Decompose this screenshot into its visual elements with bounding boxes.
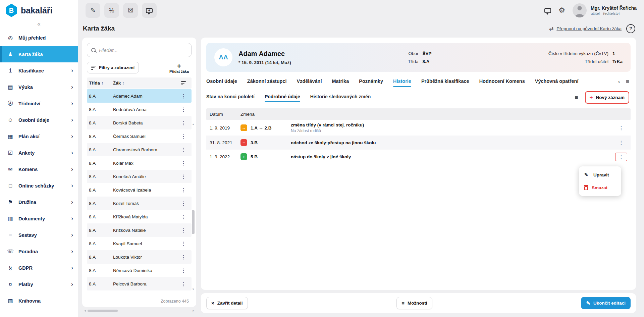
context-delete-item[interactable]: Smazat bbox=[579, 181, 621, 194]
row-menu-button[interactable]: ⋮ bbox=[178, 159, 189, 167]
student-row[interactable]: 8.A Kovácsová Izabela ⋮ bbox=[87, 183, 192, 197]
student-row[interactable]: 8.A Pelcová Barbora ⋮ bbox=[87, 277, 192, 290]
sidebar-item[interactable]: ☑ Ankety › bbox=[0, 145, 78, 161]
scroll-down-icon[interactable]: ▼ bbox=[192, 288, 195, 291]
row-menu-button[interactable]: ⋮ bbox=[178, 146, 189, 154]
row-menu-button[interactable]: ⋮ bbox=[178, 92, 189, 100]
column-class[interactable]: Třída↑ bbox=[89, 81, 113, 86]
absence-button[interactable]: ☒ bbox=[123, 3, 138, 18]
sidebar-item[interactable]: ♟ Karta žáka bbox=[0, 46, 78, 62]
student-row[interactable]: 8.A Bednářová Anna ⋮ bbox=[87, 103, 192, 116]
row-menu-button[interactable]: ⋮ bbox=[178, 106, 189, 113]
view-menu-icon[interactable]: ≡ bbox=[575, 94, 578, 101]
row-menu-button[interactable]: ⋮ bbox=[178, 173, 189, 180]
sidebar-item[interactable]: ▥ Dokumenty › bbox=[0, 210, 78, 227]
student-row[interactable]: 8.A Kvapil Samuel ⋮ bbox=[87, 237, 192, 250]
row-menu-button[interactable]: ⋮ bbox=[178, 253, 189, 261]
add-student-button[interactable]: + Přidat žáka bbox=[169, 63, 189, 73]
scroll-left-icon[interactable]: ◄ bbox=[84, 309, 86, 312]
history-subtab[interactable]: Historie sledovaných změn bbox=[310, 93, 371, 102]
student-row[interactable]: 8.A Křížková Matylda ⋮ bbox=[87, 210, 192, 223]
detail-tab[interactable]: Poznámky bbox=[359, 76, 383, 87]
close-detail-button[interactable]: × Zavřít detail bbox=[206, 297, 248, 309]
finish-editing-button[interactable]: ✎ Ukončit editaci bbox=[581, 297, 631, 309]
switch-to-legacy-link[interactable]: ⇄ Přepnout na původní Kartu žáka bbox=[549, 25, 622, 32]
sidebar-item[interactable]: ▤ Výuka › bbox=[0, 79, 78, 95]
row-menu-button[interactable]: ⋮ bbox=[178, 267, 189, 274]
sidebar-item-label: Poradna bbox=[18, 249, 38, 254]
sidebar-item[interactable]: ☺ Osobní údaje › bbox=[0, 112, 78, 128]
row-menu-button[interactable]: ⋮ bbox=[178, 240, 189, 248]
detail-tab[interactable]: Výchovná opatření bbox=[535, 76, 579, 87]
row-menu-button[interactable]: ⋮ bbox=[178, 133, 189, 140]
row-menu-button[interactable]: ⋮ bbox=[178, 226, 189, 234]
history-row-menu-button[interactable]: ⋮ bbox=[615, 124, 627, 132]
row-menu-button[interactable]: ⋮ bbox=[178, 186, 189, 194]
history-subtab[interactable]: Podrobné údaje bbox=[265, 93, 300, 102]
sidebar-item[interactable]: 1 Klasifikace › bbox=[0, 62, 78, 79]
new-comment-button[interactable]: + bbox=[142, 3, 157, 18]
scroll-right-icon[interactable]: ► bbox=[192, 309, 195, 312]
bakalari-logo[interactable]: B bakaláři bbox=[0, 0, 78, 21]
student-row[interactable]: 8.A Křižková Natálie ⋮ bbox=[87, 223, 192, 237]
sidebar-item[interactable]: □ Online schůzky › bbox=[0, 177, 78, 194]
grade-entry-button[interactable]: ½ bbox=[104, 3, 119, 18]
messages-icon[interactable] bbox=[544, 8, 551, 13]
detail-tab[interactable]: Historie bbox=[393, 76, 411, 87]
new-record-button[interactable]: + Nový záznam bbox=[585, 91, 629, 104]
hscrollbar-thumb[interactable] bbox=[88, 310, 118, 312]
filters-button[interactable]: Filtry a zobrazení bbox=[87, 62, 139, 73]
student-row[interactable]: 8.A Čermák Samuel ⋮ bbox=[87, 129, 192, 143]
sidebar-item[interactable]: ◎ Můj přehled bbox=[0, 30, 78, 46]
column-settings-icon[interactable] bbox=[181, 81, 186, 85]
detail-tab[interactable]: Matrika bbox=[332, 76, 349, 87]
student-row[interactable]: 8.A Loukota Viktor ⋮ bbox=[87, 250, 192, 264]
scrollbar-track[interactable] bbox=[192, 126, 195, 288]
sidebar-item[interactable]: ☏ Poradna › bbox=[0, 243, 78, 260]
sidebar-item[interactable]: ¤ Platby › bbox=[0, 276, 78, 293]
detail-tab[interactable]: Osobní údaje bbox=[206, 76, 237, 87]
context-edit-item[interactable]: ✎ Upravit bbox=[579, 168, 621, 181]
student-row[interactable]: 8.A Kozel Tomáš ⋮ bbox=[87, 197, 192, 210]
compose-button[interactable]: ✎ bbox=[86, 3, 100, 18]
tabs-menu-icon[interactable]: ≡ bbox=[626, 78, 629, 85]
student-row[interactable]: 8.A Kolář Max ⋮ bbox=[87, 156, 192, 170]
student-row[interactable]: 8.A Adamec Adam ⋮ bbox=[87, 89, 192, 103]
student-row[interactable]: 8.A Chramostová Barbora ⋮ bbox=[87, 143, 192, 156]
detail-tab[interactable]: Zákonní zástupci bbox=[247, 76, 287, 87]
options-button[interactable]: ≡ Možnosti bbox=[396, 297, 432, 309]
sidebar-collapse-button[interactable]: « bbox=[0, 21, 78, 30]
row-menu-button[interactable]: ⋮ bbox=[178, 213, 189, 221]
row-menu-button[interactable]: ⋮ bbox=[178, 119, 189, 127]
student-name: Kovácsová Izabela bbox=[113, 188, 177, 193]
row-menu-button[interactable]: ⋮ bbox=[178, 200, 189, 207]
sidebar-item[interactable]: § GDPR › bbox=[0, 260, 78, 276]
sidebar-item[interactable]: ≡ Sestavy › bbox=[0, 227, 78, 243]
help-button[interactable]: ? bbox=[626, 24, 635, 33]
row-menu-button[interactable]: ⋮ bbox=[178, 280, 189, 288]
student-header: AA Adam Adamec * 15. 9. 2011 (14 let, Mu… bbox=[206, 43, 631, 72]
history-subtab[interactable]: Stav na konci pololetí bbox=[206, 93, 255, 102]
search-input[interactable] bbox=[99, 47, 187, 53]
history-row-menu-button[interactable]: ⋮ bbox=[615, 139, 627, 147]
settings-gear-icon[interactable]: ⚙ bbox=[558, 6, 565, 15]
tabs-overflow-chevron-icon[interactable]: › bbox=[618, 78, 620, 85]
detail-tab[interactable]: Vzdělávání bbox=[297, 76, 322, 87]
scroll-up-icon[interactable]: ▲ bbox=[192, 123, 195, 126]
sidebar-item[interactable]: ⚑ Družina › bbox=[0, 194, 78, 210]
sidebar-item[interactable]: ▧ Knihovna bbox=[0, 293, 78, 309]
student-row[interactable]: 8.A Němcová Dominika ⋮ bbox=[87, 264, 192, 277]
sidebar-item[interactable]: ✉ Komens › bbox=[0, 161, 78, 177]
detail-tab[interactable]: Hodnocení Komens bbox=[479, 76, 525, 87]
detail-tab[interactable]: Průběžná klasifikace bbox=[421, 76, 469, 87]
scrollbar-thumb[interactable] bbox=[192, 210, 195, 234]
student-row[interactable]: 8.A Konečná Amálie ⋮ bbox=[87, 170, 192, 183]
history-row-menu-button[interactable]: ⋮ bbox=[615, 153, 627, 161]
sidebar-item[interactable]: ▦ Plán akcí › bbox=[0, 128, 78, 145]
column-student[interactable]: Žák↕ bbox=[113, 81, 177, 86]
close-icon: × bbox=[211, 301, 214, 306]
student-row[interactable]: 8.A Borská Babeta ⋮ bbox=[87, 116, 192, 129]
user-menu[interactable]: Mgr. Kryštof Řeřicha učitel - ředitelstv… bbox=[573, 3, 637, 17]
sidebar-item[interactable]: Ⓐ Třídnictví › bbox=[0, 95, 78, 112]
hscrollbar-track[interactable] bbox=[88, 310, 191, 312]
